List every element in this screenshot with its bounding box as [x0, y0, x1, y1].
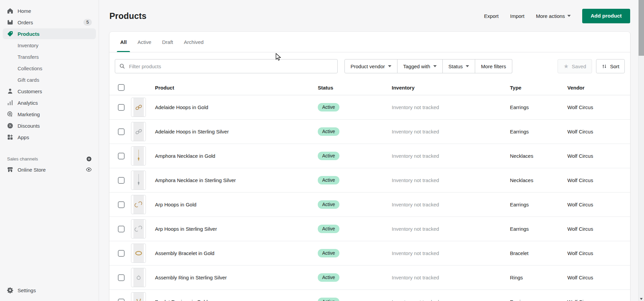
status-badge: Active	[318, 298, 339, 301]
row-checkbox-cell	[109, 299, 131, 301]
saved-filters-button[interactable]: ★ Saved	[558, 59, 592, 73]
arp-silver-image	[133, 220, 144, 238]
product-name-link[interactable]: Bardot Earrings in Gold	[155, 299, 318, 301]
table-row[interactable]: Amphora Necklace in GoldActiveInventory …	[109, 144, 630, 168]
product-thumbnail-cell	[131, 292, 155, 301]
row-checkbox[interactable]	[118, 250, 125, 257]
row-checkbox[interactable]	[118, 128, 125, 135]
table-row[interactable]: Assembly Bracelet in GoldActiveInventory…	[109, 241, 630, 266]
sidebar-item-products[interactable]: Products	[3, 28, 96, 39]
table-row[interactable]: Assembly Ring in Sterling SilverActiveIn…	[109, 266, 630, 290]
tagged-with-filter-button[interactable]: Tagged with	[397, 59, 443, 73]
sidebar-item-online-store[interactable]: Online Store	[3, 164, 96, 175]
analytics-icon	[7, 99, 14, 106]
tab-label: All	[120, 39, 127, 45]
sidebar-item-home[interactable]: Home	[3, 5, 96, 16]
page-header: Products Export Import More actions Add …	[99, 0, 644, 32]
type-cell: Rings	[510, 275, 567, 280]
scrollbar-thumb[interactable]	[639, 0, 644, 56]
add-sales-channel-button[interactable]	[86, 156, 92, 162]
filter-button-label: Status	[448, 64, 463, 69]
gear-icon	[7, 287, 14, 294]
tab-archived[interactable]: Archived	[179, 32, 209, 52]
filter-button-group: Product vendorTagged withStatusMore filt…	[344, 59, 512, 73]
product-thumbnail	[131, 146, 146, 166]
eye-icon[interactable]	[86, 167, 92, 173]
sidebar-item-gift-cards[interactable]: Gift cards	[3, 74, 96, 85]
product-name-link[interactable]: Adelaide Hoops in Sterling Silver	[155, 129, 318, 134]
table-row[interactable]: Arp Hoops in GoldActiveInventory not tra…	[109, 193, 630, 217]
table-row[interactable]: Amphora Necklace in Sterling SilverActiv…	[109, 168, 630, 193]
table-row[interactable]: Arp Hoops in Sterling SilverActiveInvent…	[109, 217, 630, 241]
sidebar-item-collections[interactable]: Collections	[3, 63, 96, 74]
tab-bar: AllActiveDraftArchived	[109, 32, 630, 52]
arp-gold-image	[133, 195, 144, 214]
sidebar-item-customers[interactable]: Customers	[3, 86, 96, 97]
row-checkbox-cell	[109, 201, 131, 208]
status-cell: Active	[318, 225, 392, 233]
table-row[interactable]: Adelaide Hoops in GoldActiveInventory no…	[109, 95, 630, 120]
export-button[interactable]: Export	[484, 13, 498, 19]
sales-channel-list: Online Store	[0, 164, 99, 175]
product-thumbnail-cell	[131, 98, 155, 117]
table-row[interactable]: Adelaide Hoops in Sterling SilverActiveI…	[109, 120, 630, 144]
product-name-link[interactable]: Arp Hoops in Gold	[155, 202, 318, 207]
product-name-link[interactable]: Amphora Necklace in Sterling Silver	[155, 177, 318, 183]
product-name-link[interactable]: Assembly Bracelet in Gold	[155, 250, 318, 256]
column-header-type: Type	[510, 85, 567, 91]
status-badge: Active	[318, 225, 339, 233]
row-checkbox[interactable]	[118, 201, 125, 208]
sidebar-item-discounts[interactable]: Discounts	[3, 120, 96, 131]
product-name-link[interactable]: Amphora Necklace in Gold	[155, 153, 318, 159]
more-actions-button[interactable]: More actions	[536, 13, 571, 19]
status-cell: Active	[318, 152, 392, 160]
row-checkbox[interactable]	[118, 104, 125, 111]
import-button[interactable]: Import	[510, 13, 524, 19]
select-all-checkbox[interactable]	[118, 84, 125, 91]
more-filters-filter-button[interactable]: More filters	[475, 59, 512, 73]
row-checkbox[interactable]	[118, 274, 125, 281]
scrollbar-down-arrow[interactable]	[639, 298, 644, 300]
filter-button-label: More filters	[481, 64, 506, 69]
column-header-status: Status	[318, 85, 392, 91]
table-row[interactable]: Bardot Earrings in GoldActiveInventory n…	[109, 290, 630, 301]
tab-draft[interactable]: Draft	[157, 32, 179, 52]
product-name-link[interactable]: Arp Hoops in Sterling Silver	[155, 226, 318, 232]
row-checkbox[interactable]	[118, 226, 125, 232]
sidebar-item-settings[interactable]: Settings	[3, 285, 96, 296]
row-checkbox[interactable]	[118, 177, 125, 184]
sidebar-item-label: Products	[18, 31, 40, 37]
tab-all[interactable]: All	[115, 32, 132, 52]
star-icon: ★	[564, 64, 569, 69]
sidebar-item-label: Customers	[18, 89, 42, 94]
chevron-down-icon	[388, 65, 391, 67]
hoops-silver-image	[133, 122, 144, 141]
add-product-button[interactable]: Add product	[582, 9, 630, 23]
products-card: AllActiveDraftArchived Product vendorTag…	[109, 32, 630, 301]
status-badge: Active	[318, 249, 339, 257]
status-cell: Active	[318, 103, 392, 111]
filter-button-label: Tagged with	[403, 64, 430, 69]
sort-button[interactable]: Sort	[596, 59, 625, 73]
table-body: Adelaide Hoops in GoldActiveInventory no…	[109, 95, 630, 301]
type-cell: Earrings	[510, 104, 567, 110]
product-name-link[interactable]: Assembly Ring in Sterling Silver	[155, 275, 318, 280]
sidebar-item-transfers[interactable]: Transfers	[3, 51, 96, 62]
product-name-link[interactable]: Adelaide Hoops in Gold	[155, 104, 318, 110]
row-checkbox-cell	[109, 128, 131, 135]
row-checkbox[interactable]	[118, 299, 125, 301]
vertical-scrollbar[interactable]	[638, 0, 644, 301]
sidebar-item-analytics[interactable]: Analytics	[3, 97, 96, 108]
row-checkbox-cell	[109, 226, 131, 232]
sidebar-item-inventory[interactable]: Inventory	[3, 40, 96, 51]
sidebar-item-orders[interactable]: Orders5	[3, 17, 96, 28]
status-filter-button[interactable]: Status	[443, 59, 475, 73]
sidebar-item-label: Analytics	[18, 100, 38, 106]
sidebar-item-marketing[interactable]: Marketing	[3, 109, 96, 120]
row-checkbox[interactable]	[118, 153, 125, 159]
header-actions: Export Import More actions Add product	[484, 9, 630, 23]
tab-active[interactable]: Active	[132, 32, 157, 52]
product-vendor-filter-button[interactable]: Product vendor	[344, 59, 397, 73]
sidebar-item-apps[interactable]: Apps	[3, 132, 96, 143]
filter-products-input[interactable]	[115, 59, 338, 73]
